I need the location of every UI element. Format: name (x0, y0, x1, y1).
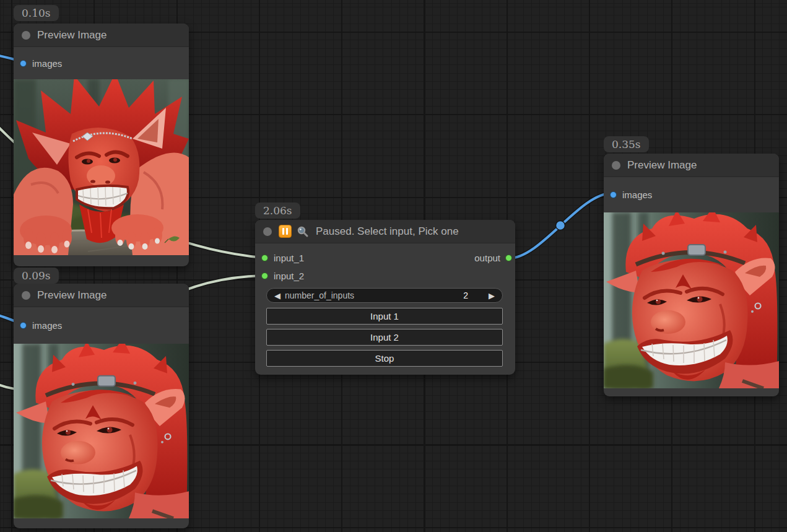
collapse-toggle-icon[interactable] (22, 291, 30, 300)
node-input-picker[interactable]: Paused. Select input, Pick one input_1 o… (255, 220, 515, 375)
node-title: Paused. Select input, Pick one (316, 225, 459, 238)
input-port-input-2[interactable] (261, 273, 268, 279)
widget-value: 2 (463, 290, 468, 300)
input-1-button[interactable]: Input 1 (266, 308, 503, 325)
port-label: images (32, 58, 62, 69)
node-header[interactable]: Preview Image (14, 284, 189, 307)
node-header[interactable]: Preview Image (14, 24, 189, 47)
decrement-arrow-icon[interactable]: ◀ (272, 291, 282, 300)
timing-badge: 0.09s (14, 268, 59, 284)
node-preview-image-2[interactable]: Preview Image images (14, 284, 189, 528)
preview-image-artwork (14, 79, 189, 255)
preview-image-artwork (604, 212, 779, 388)
timing-badge: 2.06s (255, 203, 300, 219)
stop-button[interactable]: Stop (266, 350, 503, 367)
pause-icon (279, 225, 292, 238)
node-preview-image-3[interactable]: Preview Image images (604, 154, 779, 396)
node-preview-image-1[interactable]: Preview Image images (14, 24, 189, 266)
port-label: images (32, 320, 62, 331)
port-label: input_2 (274, 271, 304, 281)
input-port-input-1[interactable] (261, 255, 268, 261)
node-title: Preview Image (627, 159, 697, 172)
output-port[interactable] (505, 255, 512, 261)
port-label: images (622, 190, 652, 200)
input-2-button[interactable]: Input 2 (266, 329, 503, 346)
timing-badge: 0.10s (14, 5, 59, 21)
node-header[interactable]: Paused. Select input, Pick one (255, 220, 515, 243)
input-port-images[interactable] (20, 322, 27, 329)
collapse-toggle-icon[interactable] (263, 227, 272, 236)
node-title: Preview Image (37, 29, 107, 41)
port-label: output (474, 253, 500, 263)
magnifier-icon (297, 225, 309, 238)
port-label: input_1 (274, 253, 304, 263)
node-title: Preview Image (37, 289, 107, 302)
collapse-toggle-icon[interactable] (22, 31, 30, 40)
widget-label: number_of_inputs (285, 290, 463, 300)
input-port-images[interactable] (610, 191, 617, 198)
number-of-inputs-widget[interactable]: ◀ number_of_inputs 2 ▶ (266, 288, 503, 303)
input-port-images[interactable] (20, 60, 27, 67)
node-header[interactable]: Preview Image (604, 154, 779, 177)
preview-image-artwork (14, 344, 189, 518)
timing-badge: 0.35s (604, 136, 649, 152)
increment-arrow-icon[interactable]: ▶ (487, 291, 497, 300)
collapse-toggle-icon[interactable] (612, 161, 620, 170)
